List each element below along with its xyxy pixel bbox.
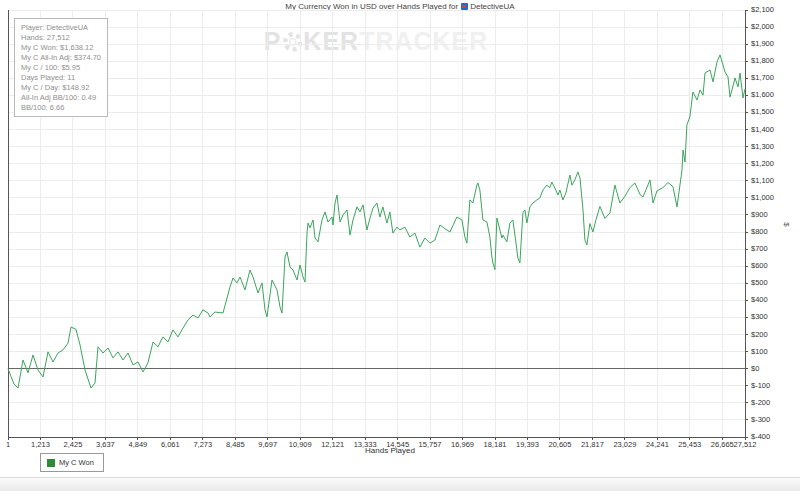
legend-label: My C Won	[59, 458, 94, 467]
y-axis-tick-label: $300	[751, 312, 768, 321]
y-axis-tick-label: $1,500	[751, 107, 774, 116]
x-axis-tick-label: 27,512	[720, 440, 770, 449]
y-axis-tick-label: $200	[751, 330, 768, 339]
y-axis-tick-label: $1,400	[751, 125, 774, 134]
y-axis-tick-label: $1,600	[751, 90, 774, 99]
y-axis-tick-label: $-300	[751, 415, 770, 424]
y-axis-tick-label: $400	[751, 295, 768, 304]
y-axis-tick-label: $1,800	[751, 56, 774, 65]
stats-line: Hands: 27,512	[21, 33, 101, 43]
x-axis-title: Hands Played	[365, 446, 415, 455]
stats-line: BB/100: 6.66	[21, 103, 101, 113]
y-axis-tick-label: $800	[751, 227, 768, 236]
y-axis-tick-label: $500	[751, 278, 768, 287]
chart-window: My Currency Won in USD over Hands Played…	[0, 0, 800, 491]
y-axis-tick-label: $100	[751, 347, 768, 356]
y-axis-tick-label: $0	[751, 364, 759, 373]
legend-swatch	[47, 459, 55, 467]
y-axis-tick-label: $-100	[751, 381, 770, 390]
y-axis-tick-label: $2,100	[751, 5, 774, 14]
plot-svg[interactable]	[0, 0, 800, 470]
y-axis-title: $	[782, 222, 791, 226]
stats-list: Player: DetectiveUAHands: 27,512My C Won…	[21, 23, 101, 113]
stats-line: Days Played: 11	[21, 73, 101, 83]
y-axis-tick-label: $-200	[751, 398, 770, 407]
y-axis-tick-label: $1,700	[751, 73, 774, 82]
stats-box: Player: DetectiveUAHands: 27,512My C Won…	[14, 18, 108, 117]
y-axis-tick-label: $600	[751, 261, 768, 270]
stats-line: My C / 100: $5.95	[21, 63, 101, 73]
stats-line: Player: DetectiveUA	[21, 23, 101, 33]
stats-line: All-In Adj BB/100: 0.49	[21, 93, 101, 103]
y-axis-tick-label: $1,100	[751, 176, 774, 185]
equity-curve-line	[8, 55, 745, 388]
legend-item-my-c-won[interactable]: My C Won	[40, 453, 104, 472]
y-axis-tick-label: $700	[751, 244, 768, 253]
y-axis-tick-label: $900	[751, 210, 768, 219]
y-axis-tick-label: $2,000	[751, 22, 774, 31]
y-axis-tick-label: $1,200	[751, 159, 774, 168]
y-axis-tick-label: $1,300	[751, 142, 774, 151]
bottom-scrollbar[interactable]	[0, 477, 800, 491]
y-axis-tick-label: $1,900	[751, 39, 774, 48]
stats-line: My C All-In Adj: $374.70	[21, 53, 101, 63]
y-axis-tick-label: $1,000	[751, 193, 774, 202]
stats-line: My C / Day: $148.92	[21, 83, 101, 93]
stats-line: My C Won: $1,638.12	[21, 43, 101, 53]
